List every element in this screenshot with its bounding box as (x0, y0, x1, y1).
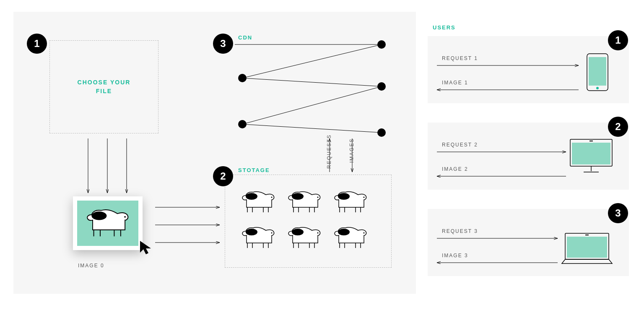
choose-file-label: CHOOSE YOURFILE (78, 78, 131, 96)
step-badge-3: 3 (213, 34, 233, 54)
cow-icon (80, 204, 135, 242)
choose-file-dropzone[interactable]: CHOOSE YOURFILE (49, 40, 158, 133)
svg-point-3 (91, 211, 106, 220)
cdn-label: CDN (238, 34, 252, 41)
image-caption: IMAGE 0 (78, 263, 104, 269)
img-2: IMAGE 2 (442, 166, 468, 172)
user-badge-3: 3 (608, 203, 628, 223)
req-3: REQUEST 3 (442, 228, 478, 234)
storage-cows (233, 183, 384, 258)
phone-icon (586, 53, 611, 93)
image-thumbnail (73, 196, 143, 250)
step-badge-2: 2 (213, 166, 233, 186)
svg-point-26 (596, 87, 599, 89)
requests-label: REQUESTS (326, 134, 332, 169)
laptop-icon (559, 232, 618, 268)
images-label: IMAGES (349, 138, 355, 163)
step-badge-1: 1 (27, 34, 47, 54)
svg-rect-37 (567, 237, 607, 258)
user-badge-2: 2 (608, 117, 628, 137)
img-3: IMAGE 3 (442, 253, 468, 258)
arrows-card-3 (0, 0, 0, 0)
req-2: REQUEST 2 (442, 142, 478, 148)
storage-label: STOTAGE (238, 167, 270, 173)
img-1: IMAGE 1 (442, 80, 468, 86)
user-badge-1: 1 (608, 30, 628, 50)
svg-rect-30 (572, 143, 610, 164)
cursor-icon (138, 239, 156, 257)
monitor-icon (569, 138, 615, 176)
svg-point-4 (124, 216, 126, 218)
users-label: USERS (433, 24, 456, 31)
req-1: REQUEST 1 (442, 55, 478, 61)
svg-rect-25 (589, 57, 606, 86)
